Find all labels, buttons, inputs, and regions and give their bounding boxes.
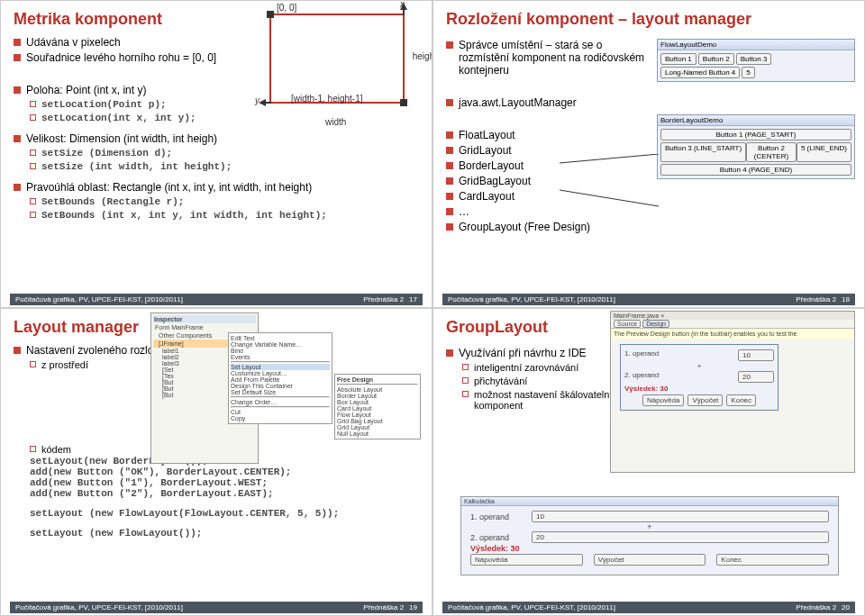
- editor-tab[interactable]: MainFrame.java ×: [611, 312, 854, 320]
- label-op1: 1. operand: [624, 349, 659, 361]
- value-result: 30: [660, 385, 669, 393]
- bullet-text: Velikost: Dimension (int width, int heig…: [26, 132, 217, 145]
- footer-mid: Přednáška 2: [796, 603, 836, 611]
- menu-item[interactable]: Set Layout: [231, 364, 330, 370]
- borderlayout-demo-window: BorderLayoutDemo Button 1 (PAGE_START) B…: [657, 114, 855, 179]
- field-op2[interactable]: 20: [532, 531, 829, 543]
- label-origin: [0, 0]: [277, 3, 296, 13]
- label-x: x: [400, 0, 405, 9]
- bullet-icon: [14, 54, 21, 61]
- subbullet-icon: [30, 101, 36, 107]
- ide-editor: MainFrame.java × Source Design The Previ…: [610, 311, 855, 473]
- label-result: Výsledek:: [624, 385, 658, 393]
- subbullet-icon: [30, 114, 36, 121]
- submenu-item[interactable]: Absolute Layout: [337, 386, 418, 393]
- menu-item[interactable]: Design This Container: [231, 383, 330, 389]
- code-text: SetBounds (Rectangle r);: [41, 196, 184, 207]
- menu-item[interactable]: Edit Text: [231, 335, 330, 341]
- submenu-item[interactable]: Box Layout: [337, 399, 418, 405]
- label-result: Výsledek: 30: [470, 544, 829, 553]
- tab-source[interactable]: Source: [614, 320, 641, 328]
- menu-item[interactable]: Add From Palette: [231, 376, 330, 383]
- submenu-item[interactable]: Flow Layout: [337, 412, 418, 418]
- label-y: y: [255, 95, 260, 105]
- slide-footer: Počítačová grafika, PV, UPCE-FEI-KST, [2…: [442, 602, 855, 613]
- submenu-item[interactable]: Free Design: [337, 376, 418, 383]
- bullet-text: Pravoúhlá oblast: Rectangle (int x, int …: [26, 181, 312, 194]
- layout-item: FloatLayout: [459, 129, 515, 141]
- help-button[interactable]: Nápověda: [642, 394, 684, 406]
- bullet-icon: [14, 86, 21, 94]
- code-text: SetBounds (int x, int y, int width, int …: [41, 210, 327, 221]
- menu-item[interactable]: Change Variable Name…: [231, 341, 330, 348]
- slide-footer: Počítačová grafika, PV, UPCE-FEI-KST, [2…: [10, 602, 423, 613]
- slide-metrika: Metrika komponent Udávána v pixelech Sou…: [0, 0, 432, 308]
- code-text: add(new Button ("1"), BorderLayout.WEST;: [30, 477, 419, 488]
- calc-button[interactable]: Výpočet: [687, 394, 723, 406]
- menu-item[interactable]: Cut: [231, 409, 330, 415]
- subbullet-icon: [462, 377, 469, 384]
- bullet-icon: [446, 223, 453, 231]
- code-text: setSize (Dimension d);: [41, 148, 172, 159]
- calculator-preview-a: 1. operand10 + 2. operand20 Výsledek: 30…: [620, 344, 778, 411]
- demo-button[interactable]: Button 1: [660, 53, 697, 65]
- demo-button[interactable]: Button 2 (CENTER): [746, 142, 797, 162]
- footer-left: Počítačová grafika, PV, UPCE-FEI-KST, [2…: [15, 295, 183, 303]
- corner-dot: [400, 99, 407, 106]
- tab-design[interactable]: Design: [642, 320, 669, 328]
- bullet-icon: [446, 41, 453, 49]
- inspector-root[interactable]: Form MainFrame: [153, 323, 256, 331]
- demo-button[interactable]: 5 (LINE_END): [797, 142, 851, 162]
- menu-item[interactable]: Events: [231, 354, 330, 360]
- submenu-item[interactable]: Grid Bag Layout: [337, 418, 418, 424]
- footer-page: 18: [842, 295, 850, 303]
- submenu-item[interactable]: Null Layout: [337, 430, 418, 437]
- subbullet-icon: [462, 364, 469, 370]
- slide-footer: Počítačová grafika, PV, UPCE-FEI-KST, [2…: [10, 294, 423, 305]
- calculator-preview-b: Kalkulačka 1. operand 10 + 2. operand 20…: [460, 496, 839, 575]
- layout-item: GridLayout: [459, 144, 512, 157]
- bullet-icon: [446, 131, 453, 139]
- demo-button[interactable]: 5: [742, 67, 754, 78]
- layout-submenu: Free Design Absolute Layout Border Layou…: [334, 374, 421, 439]
- subbullet-icon: [30, 361, 36, 367]
- bullet-icon: [14, 135, 21, 142]
- bullet-icon: [14, 347, 21, 354]
- footer-left: Počítačová grafika, PV, UPCE-FEI-KST, [2…: [448, 603, 615, 611]
- hint-bar: The Preview Design button (in the toolba…: [611, 329, 854, 339]
- demo-button[interactable]: Button 1 (PAGE_START): [660, 129, 851, 140]
- sub-text: přichytávání: [474, 376, 527, 386]
- demo-button[interactable]: Long-Named Button 4: [660, 67, 740, 78]
- submenu-item[interactable]: Card Layout: [337, 405, 418, 412]
- menu-item[interactable]: Copy: [231, 415, 330, 421]
- close-button[interactable]: Konec: [716, 554, 829, 566]
- layout-item: GridBagLayout: [459, 175, 531, 187]
- help-button[interactable]: Nápověda: [470, 554, 583, 566]
- menu-item[interactable]: Set Default Size: [231, 389, 330, 395]
- demo-button[interactable]: Button 2: [698, 53, 734, 65]
- calc-button[interactable]: Výpočet: [594, 554, 706, 566]
- footer-left: Počítačová grafika, PV, UPCE-FEI-KST, [2…: [448, 295, 615, 303]
- footer-page: 17: [409, 295, 417, 303]
- sub-text: inteligentní zarovnávání: [474, 362, 578, 373]
- menu-item[interactable]: Change Order…: [231, 399, 330, 405]
- menu-item[interactable]: Bind: [231, 348, 330, 354]
- field-op2[interactable]: 20: [738, 371, 774, 383]
- menu-item[interactable]: Customize Layout…: [231, 370, 330, 376]
- code-text: add(new Button ("2"), BorderLayout.EAST)…: [30, 488, 419, 499]
- label-width: width: [325, 117, 346, 127]
- field-op1[interactable]: 10: [532, 511, 829, 522]
- bullet-icon: [446, 193, 453, 200]
- window-title: FlowLayoutDemo: [658, 40, 854, 50]
- layout-item: BorderLayout: [459, 159, 524, 172]
- subbullet-icon: [462, 391, 469, 397]
- window-title: Kalkulačka: [461, 497, 838, 506]
- submenu-item[interactable]: Grid Layout: [337, 424, 418, 430]
- demo-button[interactable]: Button 4 (PAGE_END): [660, 164, 851, 176]
- demo-button[interactable]: Button 3 (LINE_START): [660, 142, 746, 162]
- submenu-item[interactable]: Border Layout: [337, 393, 418, 399]
- bullet-icon: [446, 162, 453, 169]
- close-button[interactable]: Konec: [726, 394, 756, 406]
- field-op1[interactable]: 10: [738, 349, 774, 361]
- demo-button[interactable]: Button 3: [736, 53, 772, 65]
